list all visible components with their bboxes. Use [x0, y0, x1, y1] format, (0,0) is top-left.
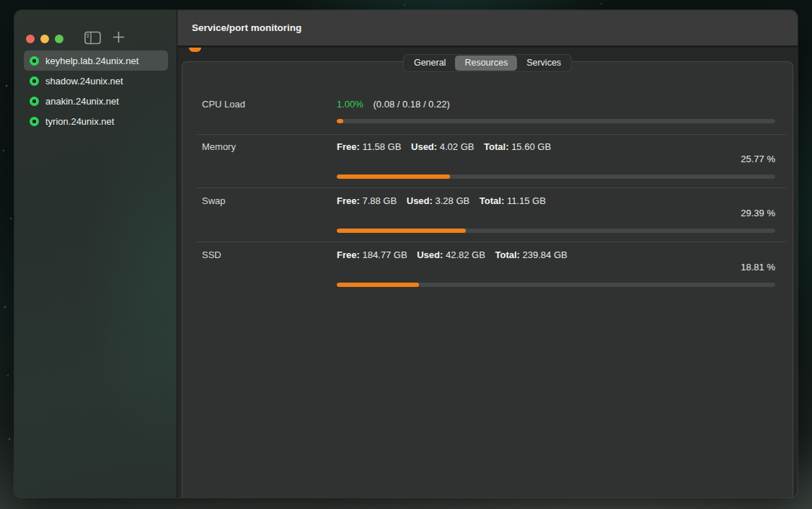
server-label: shadow.24unix.net	[45, 76, 123, 87]
row-divider	[197, 187, 786, 188]
close-window-button[interactable]	[26, 35, 35, 43]
cpu-load-percent-value: 1.00%	[337, 99, 363, 110]
swap-progress-fill	[337, 229, 466, 233]
app-window: keyhelp.lab.24unix.net shadow.24unix.net…	[14, 10, 798, 497]
ssd-percent: 18.81 %	[337, 262, 775, 273]
used-value: 4.02 GB	[440, 141, 475, 152]
tab-resources[interactable]: Resources	[455, 56, 517, 71]
tab-general[interactable]: General	[405, 56, 455, 71]
used-key: Used:	[417, 249, 443, 260]
page-title: Service/port monitoring	[192, 22, 301, 33]
memory-label: Memory	[202, 141, 337, 179]
swap-progressbar	[337, 229, 775, 233]
swap-body: Free: 7.88 GB Used: 3.28 GB Total: 11.15…	[337, 195, 775, 233]
free-value: 184.77 GB	[362, 249, 407, 260]
sidebar: keyhelp.lab.24unix.net shadow.24unix.net…	[14, 10, 177, 497]
free-key: Free:	[337, 195, 360, 206]
minimize-window-button[interactable]	[40, 35, 49, 43]
used-value: 3.28 GB	[436, 195, 470, 206]
tab-segmented-control: General Resources Services	[403, 54, 572, 72]
status-online-icon	[30, 97, 39, 106]
zoom-window-button[interactable]	[55, 35, 63, 43]
window-titlebar: Service/port monitoring	[177, 10, 798, 48]
row-divider	[197, 134, 786, 135]
used-value: 42.82 GB	[446, 249, 485, 260]
free-value: 7.88 GB	[362, 195, 397, 206]
server-label: tyrion.24unix.net	[45, 116, 114, 127]
status-online-icon	[30, 56, 39, 66]
traffic-lights	[26, 35, 63, 43]
main-content: Service/port monitoring General Resource…	[177, 10, 798, 497]
total-key: Total:	[484, 141, 508, 152]
free-key: Free:	[337, 249, 360, 260]
desktop-wallpaper: keyhelp.lab.24unix.net shadow.24unix.net…	[0, 0, 812, 509]
swap-label: Swap	[202, 195, 337, 233]
free-key: Free:	[337, 141, 360, 152]
total-value: 15.60 GB	[511, 141, 551, 152]
free-value: 11.58 GB	[362, 141, 401, 152]
status-online-icon	[30, 76, 39, 86]
memory-percent: 25.77 %	[337, 154, 775, 165]
swap-percent: 29.39 %	[337, 208, 775, 219]
server-list: keyhelp.lab.24unix.net shadow.24unix.net…	[24, 50, 168, 131]
ssd-label: SSD	[202, 249, 337, 287]
sidebar-item-tyrion[interactable]: tyrion.24unix.net	[24, 111, 168, 131]
used-key: Used:	[407, 195, 433, 206]
sidebar-item-shadow[interactable]: shadow.24unix.net	[24, 71, 168, 91]
add-server-button[interactable]	[112, 30, 125, 46]
cpu-load-body: 1.00% (0.08 / 0.18 / 0.22)	[337, 98, 775, 123]
cpu-load-averages: (0.08 / 0.18 / 0.22)	[374, 99, 450, 110]
memory-body: Free: 11.58 GB Used: 4.02 GB Total: 15.6…	[337, 141, 775, 179]
cpu-load-values: 1.00% (0.08 / 0.18 / 0.22)	[337, 98, 775, 110]
swap-values: Free: 7.88 GB Used: 3.28 GB Total: 11.15…	[337, 195, 775, 207]
toggle-sidebar-button[interactable]	[84, 31, 101, 47]
sidebar-item-keyhelp[interactable]: keyhelp.lab.24unix.net	[24, 50, 168, 71]
plus-icon	[112, 35, 125, 46]
cpu-load-row: CPU Load 1.00% (0.08 / 0.18 / 0.22)	[202, 98, 775, 123]
memory-progress-fill	[337, 174, 450, 179]
scrolled-progress-indicator	[189, 48, 201, 52]
row-divider	[197, 242, 786, 242]
total-value: 11.15 GB	[507, 195, 546, 206]
cpu-load-progress-fill	[337, 119, 343, 123]
ssd-row: SSD Free: 184.77 GB Used: 42.82 GB Total…	[202, 249, 775, 287]
cpu-load-label: CPU Load	[202, 98, 337, 123]
wallpaper-stars	[0, 0, 1, 1]
ssd-values: Free: 184.77 GB Used: 42.82 GB Total: 23…	[337, 249, 775, 261]
swap-row: Swap Free: 7.88 GB Used: 3.28 GB Total: …	[202, 195, 775, 233]
used-key: Used:	[411, 141, 437, 152]
sidebar-toggle-icon	[84, 36, 101, 47]
sidebar-item-anakin[interactable]: anakin.24unix.net	[24, 91, 168, 111]
memory-progressbar	[337, 174, 775, 179]
ssd-body: Free: 184.77 GB Used: 42.82 GB Total: 23…	[337, 249, 775, 287]
total-value: 239.84 GB	[523, 249, 568, 260]
tab-services[interactable]: Services	[517, 56, 570, 71]
total-key: Total:	[495, 249, 520, 260]
ssd-progressbar	[337, 283, 775, 287]
server-label: keyhelp.lab.24unix.net	[45, 56, 138, 66]
ssd-progress-fill	[337, 283, 419, 287]
total-key: Total:	[480, 195, 504, 206]
server-label: anakin.24unix.net	[45, 96, 119, 107]
cpu-load-progressbar	[337, 119, 775, 123]
memory-row: Memory Free: 11.58 GB Used: 4.02 GB Tota…	[202, 141, 775, 179]
memory-values: Free: 11.58 GB Used: 4.02 GB Total: 15.6…	[337, 141, 775, 153]
status-online-icon	[30, 117, 39, 126]
